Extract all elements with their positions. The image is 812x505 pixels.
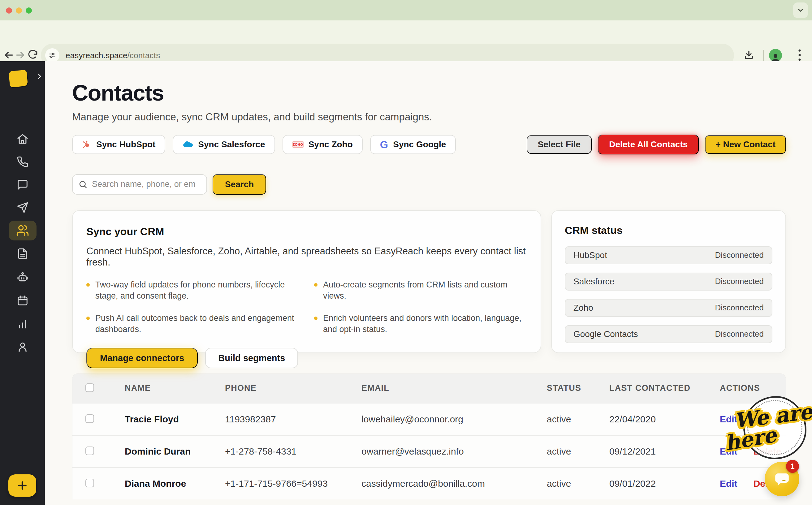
minimize-window-button[interactable] bbox=[16, 7, 22, 14]
sync-hubspot-label: Sync HubSpot bbox=[96, 140, 155, 149]
table-header-row: NAME PHONE EMAIL STATUS LAST CONTACTED A… bbox=[72, 374, 786, 403]
search-input[interactable] bbox=[92, 179, 201, 189]
table-row: Tracie Floyd 1193982387 lowehailey@oconn… bbox=[72, 403, 786, 435]
calendar-icon bbox=[17, 295, 28, 306]
maximize-window-button[interactable] bbox=[26, 7, 32, 14]
sidebar-item-bot[interactable] bbox=[9, 267, 36, 287]
crm-status-title: CRM status bbox=[565, 224, 772, 236]
chat-bubble-icon bbox=[773, 471, 791, 487]
bullet-item: Two-way field updates for phone numbers,… bbox=[86, 279, 299, 301]
browser-toolbar: easyreach.space/contacts bbox=[0, 20, 812, 61]
row-checkbox[interactable] bbox=[86, 414, 94, 423]
sidebar-item-documents[interactable] bbox=[9, 244, 36, 264]
users-icon bbox=[16, 224, 29, 237]
chat-icon bbox=[17, 179, 28, 191]
close-window-button[interactable] bbox=[6, 7, 12, 14]
url-text: easyreach.space/contacts bbox=[65, 51, 160, 60]
search-button[interactable]: Search bbox=[212, 174, 266, 195]
sync-google-label: Sync Google bbox=[393, 140, 446, 149]
sidebar-item-messages[interactable] bbox=[9, 175, 36, 195]
app-area: Contacts Manage your audience, sync CRM … bbox=[0, 61, 812, 505]
reload-icon bbox=[27, 50, 38, 60]
sidebar-item-calls[interactable] bbox=[9, 152, 36, 172]
sidebar-expand-button[interactable] bbox=[35, 72, 43, 80]
toolbar-divider bbox=[763, 50, 764, 61]
browser-window: easyreach.space/contacts bbox=[0, 0, 812, 505]
sync-hubspot-button[interactable]: Sync HubSpot bbox=[72, 135, 165, 154]
new-contact-button[interactable]: + New Contact bbox=[705, 135, 786, 154]
bullet-text: Enrich volunteers and donors with locati… bbox=[323, 313, 527, 335]
delete-all-contacts-button[interactable]: Delete All Contacts bbox=[598, 135, 699, 154]
sync-crm-description: Connect HubSpot, Salesforce, Zoho, Airta… bbox=[86, 246, 527, 268]
sidebar-add-button[interactable] bbox=[8, 474, 36, 497]
sync-crm-title: Sync your CRM bbox=[86, 225, 527, 238]
sidebar-item-contacts[interactable] bbox=[9, 221, 36, 240]
select-all-checkbox[interactable] bbox=[86, 383, 94, 392]
sync-google-button[interactable]: G Sync Google bbox=[370, 135, 456, 154]
table-row: Diana Monroe +1-171-715-9766=54993 cassi… bbox=[72, 467, 786, 499]
sync-salesforce-label: Sync Salesforce bbox=[198, 140, 265, 149]
contact-last-contacted: 22/04/2020 bbox=[609, 414, 720, 425]
delete-link[interactable]: Delete bbox=[754, 414, 781, 425]
crm-status-row-salesforce: Salesforce Disconnected bbox=[565, 273, 772, 291]
profile-avatar[interactable] bbox=[769, 49, 782, 62]
titlebar bbox=[0, 0, 812, 20]
sidebar-item-campaigns[interactable] bbox=[9, 198, 36, 217]
crm-name: Salesforce bbox=[574, 277, 614, 287]
url-domain: easyreach.space bbox=[65, 51, 128, 60]
home-icon bbox=[16, 133, 29, 145]
user-icon bbox=[17, 341, 28, 353]
row-checkbox[interactable] bbox=[86, 479, 94, 487]
contacts-table: NAME PHONE EMAIL STATUS LAST CONTACTED A… bbox=[72, 373, 786, 499]
salesforce-icon bbox=[183, 141, 193, 149]
bullet-dot-icon bbox=[86, 283, 90, 287]
download-icon bbox=[744, 50, 754, 60]
row-checkbox[interactable] bbox=[86, 447, 94, 455]
bullet-item: Auto-create segments from CRM lists and … bbox=[314, 279, 527, 301]
edit-link[interactable]: Edit bbox=[720, 478, 738, 489]
crm-status-card: CRM status HubSpot Disconnected Salesfor… bbox=[551, 210, 786, 353]
bullet-text: Two-way field updates for phone numbers,… bbox=[95, 279, 299, 301]
edit-link[interactable]: Edit bbox=[720, 414, 738, 425]
sidebar-item-profile[interactable] bbox=[9, 337, 36, 357]
edit-link[interactable]: Edit bbox=[720, 446, 738, 457]
sync-crm-card: Sync your CRM Connect HubSpot, Salesforc… bbox=[72, 210, 541, 353]
search-icon bbox=[78, 180, 88, 189]
contact-phone: +1-171-715-9766=54993 bbox=[225, 478, 361, 489]
bullet-dot-icon bbox=[314, 317, 318, 320]
chevron-down-icon bbox=[797, 6, 805, 14]
bullet-dot-icon bbox=[86, 317, 90, 320]
select-file-button[interactable]: Select File bbox=[527, 135, 592, 154]
bullet-text: Auto-create segments from CRM lists and … bbox=[323, 279, 527, 301]
column-header-last-contacted: LAST CONTACTED bbox=[609, 383, 720, 393]
app-logo[interactable] bbox=[9, 70, 28, 88]
search-box bbox=[72, 174, 207, 195]
contact-last-contacted: 09/12/2021 bbox=[609, 446, 720, 457]
delete-link[interactable]: Delete bbox=[754, 446, 781, 457]
sidebar-item-home[interactable] bbox=[9, 129, 36, 149]
notification-badge: 1 bbox=[786, 460, 799, 473]
cards-row: Sync your CRM Connect HubSpot, Salesforc… bbox=[72, 210, 786, 353]
contact-email: lowehailey@oconnor.org bbox=[361, 414, 547, 425]
manage-connectors-button[interactable]: Manage connectors bbox=[86, 348, 198, 368]
crm-name: Google Contacts bbox=[574, 329, 638, 339]
crm-name: HubSpot bbox=[574, 250, 607, 260]
sidebar-item-calendar[interactable] bbox=[9, 291, 36, 310]
site-settings-icon[interactable] bbox=[45, 48, 59, 62]
sync-salesforce-button[interactable]: Sync Salesforce bbox=[173, 135, 275, 154]
crm-status-row-hubspot: HubSpot Disconnected bbox=[565, 246, 772, 264]
plus-icon bbox=[16, 479, 28, 492]
column-header-name: NAME bbox=[125, 383, 225, 393]
phone-icon bbox=[17, 156, 28, 168]
contact-phone: +1-278-758-4331 bbox=[225, 446, 361, 457]
contact-last-contacted: 09/01/2022 bbox=[609, 478, 720, 489]
build-segments-button[interactable]: Build segments bbox=[205, 348, 298, 368]
contact-status: active bbox=[547, 446, 609, 457]
sidebar-item-analytics[interactable] bbox=[9, 314, 36, 334]
sync-zoho-button[interactable]: ZOHO Sync Zoho bbox=[283, 135, 363, 154]
crm-status-row-google: Google Contacts Disconnected bbox=[565, 325, 772, 343]
contact-name: Tracie Floyd bbox=[125, 414, 225, 425]
window-chevron-button[interactable] bbox=[793, 2, 808, 18]
page-title: Contacts bbox=[72, 80, 786, 106]
status-badge: Disconnected bbox=[715, 250, 764, 260]
